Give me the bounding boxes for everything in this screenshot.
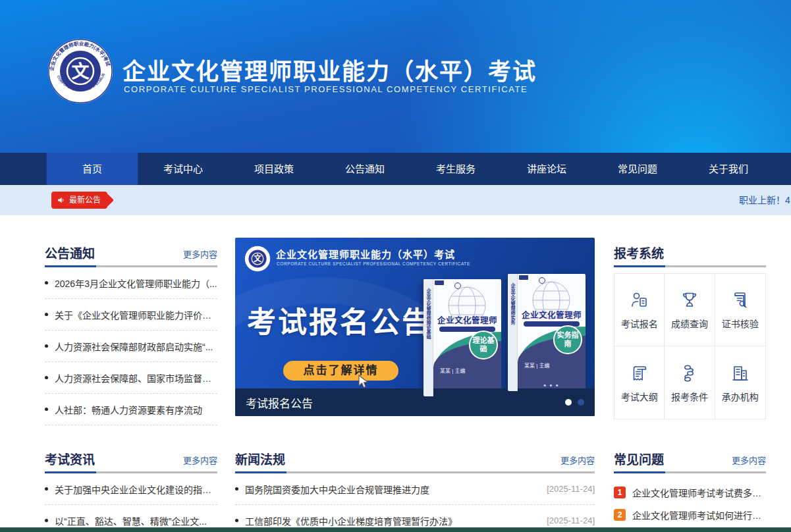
faq-more-link[interactable]: 更多内容: [732, 454, 766, 467]
nav-item-about[interactable]: 关于我们: [683, 153, 774, 185]
bottom-strip: [0, 527, 791, 532]
scroll-icon: [629, 363, 650, 384]
faq-item[interactable]: 2 企业文化管理师考试如何进行报名...: [614, 504, 766, 526]
list-item[interactable]: 人社部：畅通人力资源要素有序流动: [45, 394, 217, 425]
banner-subtitle: CORPORATE CULTURE SPECIALIST PROFESSIONA…: [277, 261, 470, 266]
book-cover: 企业文化管理师 理论基础 某某 | 主编 ■ ■ ■: [433, 279, 501, 396]
book-theory: 企业文化管理师理论基础 企业文化管理师 理论基础 某某: [423, 279, 501, 396]
faq-item[interactable]: 1 企业文化管理师考试考试费多少，...: [614, 481, 766, 504]
faq-item-text: 企业文化管理师考试考试费多少，...: [632, 486, 766, 499]
apply-title: 报考系统: [614, 244, 664, 261]
list-item[interactable]: 人力资源社会保障部、国家市场监督管...: [45, 362, 217, 394]
list-item[interactable]: 关于加强中央企业企业文化建设的指导...: [45, 473, 217, 505]
apply-cell-label: 承办机构: [722, 390, 759, 403]
certificate-search-icon: [730, 290, 751, 311]
nav-item-home[interactable]: 首页: [47, 153, 138, 185]
notice-more-link[interactable]: 更多内容: [183, 248, 217, 261]
book-badge: 理论基础: [469, 331, 498, 359]
site-title: 企业文化管理师职业能力（水平）考试: [123, 53, 537, 86]
book-spine: 企业文化管理师理论基础: [423, 279, 433, 396]
list-item[interactable]: 关于《企业文化管理师职业能力评价规...: [45, 299, 217, 331]
apply-cell-label: 证书核验: [722, 317, 759, 330]
list-item-date: [2025-11-24]: [547, 516, 595, 525]
book-publisher-mark: ■ ■ ■: [518, 383, 586, 387]
section-underline: [235, 471, 595, 473]
laws-list: 国务院国资委加大中央企业合规管理推进力度 [2025-11-24] 工信部印发《…: [235, 473, 595, 532]
exam-news-list: 关于加强中央企业企业文化建设的指导... 以“正直、豁达、智慧、精微”企业文..…: [45, 473, 217, 532]
faq-title: 常见问题: [614, 450, 664, 467]
nav-item-exam-center[interactable]: 考试中心: [138, 153, 229, 185]
exam-news-more-link[interactable]: 更多内容: [183, 454, 217, 467]
building-icon: [730, 363, 751, 384]
bullet-icon: [45, 487, 48, 491]
list-item-text: 人社部：畅通人力资源要素有序流动: [55, 403, 217, 416]
apply-cell-register[interactable]: 考试报名: [614, 274, 665, 346]
list-item[interactable]: 人力资源社会保障部财政部启动实施“...: [45, 331, 217, 362]
book-badge: 实务指南: [553, 325, 582, 354]
nav-item-lecture-forum[interactable]: 讲座论坛: [501, 153, 592, 185]
book-author: 某某 | 主编: [524, 361, 550, 369]
announcement-ticker[interactable]: 职业上新！4: [739, 185, 790, 215]
site-header: 企业文化管理师职业能力(水平)考试 CORPORATE CULTURE SPEC…: [0, 0, 791, 153]
nav-item-faq[interactable]: 常见问题: [592, 153, 683, 185]
list-item-date: [2025-11-24]: [547, 484, 595, 494]
apply-cell-label: 成绩查询: [671, 317, 708, 330]
notice-list: 2026年3月企业文化管理师职业能力（... 关于《企业文化管理师职业能力评价规…: [45, 267, 217, 425]
list-item[interactable]: 国务院国资委加大中央企业合规管理推进力度 [2025-11-24]: [235, 473, 595, 505]
hero-carousel[interactable]: 文 企业文化管理师职业能力（水平）考试 CORPORATE CULTURE SP…: [235, 238, 595, 416]
bullet-icon: [235, 519, 238, 522]
section-underline: [45, 471, 217, 473]
trophy-icon: [679, 290, 700, 311]
apply-cell-scores[interactable]: 成绩查询: [665, 274, 715, 346]
list-item-text: 2026年3月企业文化管理师职业能力（...: [55, 277, 217, 290]
faq-section: 常见问题 更多内容 1 企业文化管理师考试考试费多少，... 2 企业文化管理师…: [614, 450, 766, 532]
exam-news-section: 考试资讯 更多内容 关于加强中央企业企业文化建设的指导... 以“正直、豁达、智…: [45, 450, 217, 532]
latest-announcement-label: 最新公告: [69, 192, 101, 209]
carousel-caption-bar: 考试报名公告: [235, 388, 595, 416]
svg-text:文: 文: [72, 61, 90, 82]
bullet-icon: [235, 487, 238, 491]
apply-cell-outline[interactable]: 考试大纲: [614, 346, 665, 419]
apply-cell-label: 考试报名: [621, 317, 658, 330]
apply-cell-cert-verify[interactable]: 证书核验: [715, 274, 765, 346]
apply-cell-conditions[interactable]: 报考条件: [665, 346, 715, 419]
carousel-caption: 考试报名公告: [246, 394, 313, 411]
list-item-text: 人力资源社会保障部财政部启动实施“...: [55, 340, 217, 353]
nav-item-candidate-svc[interactable]: 考生服务: [410, 153, 501, 185]
list-item-text: 人力资源社会保障部、国家市场监督管...: [55, 371, 217, 385]
faq-number-badge: 1: [614, 487, 626, 498]
apply-grid: 考试报名 成绩查询 证书核验: [614, 273, 766, 419]
list-item-text: 关于加强中央企业企业文化建设的指导...: [55, 483, 217, 496]
banner-headline: 考试报名公告: [247, 299, 433, 341]
carousel-dot[interactable]: [565, 399, 572, 406]
nav-item-announcements[interactable]: 公告通知: [319, 153, 410, 185]
list-item[interactable]: 2026年3月企业文化管理师职业能力（...: [45, 267, 217, 299]
book-spine: 企业文化管理师实务: [508, 274, 518, 391]
speaker-icon: [57, 196, 66, 205]
apply-cell-label: 报考条件: [671, 390, 708, 403]
exam-news-title: 考试资讯: [45, 450, 95, 467]
flow-link-icon: [679, 363, 700, 384]
list-item-text: 以“正直、豁达、智慧、精微”企业文...: [55, 514, 217, 527]
banner-title: 企业文化管理师职业能力（水平）考试: [276, 247, 455, 261]
page: 企业文化管理师职业能力(水平)考试 CORPORATE CULTURE SPEC…: [0, 0, 791, 532]
faq-item-text: 企业文化管理师考试如何进行报名...: [632, 508, 766, 521]
section-underline: [614, 265, 766, 267]
announcement-bar: 最新公告 职业上新！4: [0, 185, 791, 215]
book-title: 企业文化管理师: [433, 313, 501, 326]
list-item-text: 工信部印发《优质中小企业梯度培育管理暂行办法》: [245, 514, 540, 527]
site-subtitle: CORPORATE CULTURE SPECIALIST PROFESSIONA…: [124, 84, 528, 94]
section-underline: [614, 471, 766, 473]
apply-cell-label: 考试大纲: [621, 390, 658, 403]
book-practice: 企业文化管理师实务 企业文化管理师 实务指南 某某 |: [508, 274, 586, 391]
book-title: 企业文化管理师: [518, 308, 586, 321]
carousel-dot[interactable]: [578, 399, 584, 406]
bullet-icon: [45, 519, 48, 522]
latest-announcement-badge: 最新公告: [51, 192, 107, 209]
notice-title: 公告通知: [45, 244, 95, 261]
banner-detail-button[interactable]: 点击了解详情: [283, 361, 398, 381]
book-cover: 企业文化管理师 实务指南 某某 | 主编 ■ ■ ■: [518, 274, 586, 391]
nav-item-policy[interactable]: 项目政策: [229, 153, 319, 185]
laws-more-link[interactable]: 更多内容: [560, 454, 595, 467]
apply-cell-organizers[interactable]: 承办机构: [715, 346, 765, 419]
